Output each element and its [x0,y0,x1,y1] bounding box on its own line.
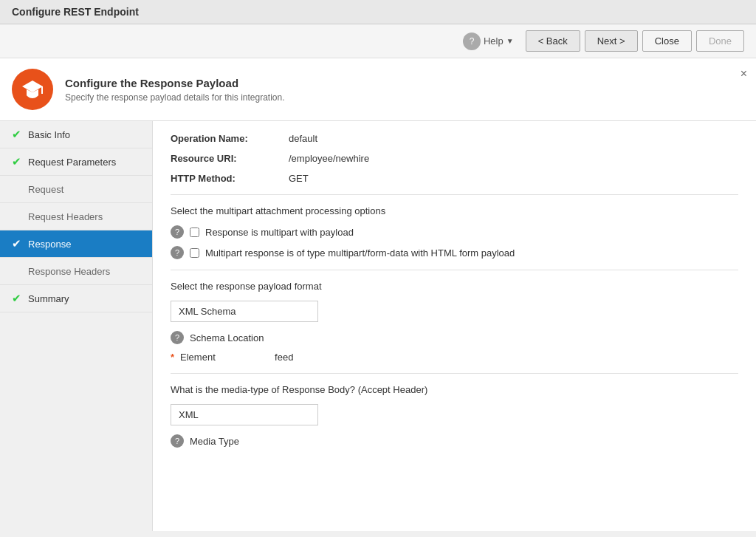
sidebar-label-basic-info: Basic Info [28,129,70,140]
option2-row: ? Multipart response is of type multipar… [171,246,738,259]
help-icon-option2[interactable]: ? [171,246,184,259]
placeholder-icon [10,265,22,277]
media-type-row: ? Media Type [171,434,738,448]
media-type-section-title: What is the media-type of Response Body?… [171,384,738,395]
main-layout: ✔ Basic Info ✔ Request Parameters Reques… [0,121,756,531]
operation-name-value: default [289,133,317,144]
http-method-label: HTTP Method: [171,173,289,184]
resource-uri-row: Resource URI: /employee/newhire [171,153,738,164]
header-text: Configure the Response Payload Specify t… [65,77,285,103]
help-label[interactable]: Help [484,35,504,47]
checkmark-active-icon: ✔ [10,238,22,250]
sidebar-item-response-headers[interactable]: Response Headers [0,258,152,285]
schema-location-row: ? Schema Location [171,331,738,344]
help-icon-option1[interactable]: ? [171,225,184,239]
option2-checkbox[interactable] [190,248,199,258]
done-button[interactable]: Done [696,30,744,52]
resource-uri-value: /employee/newhire [289,153,369,164]
sidebar-label-request-parameters: Request Parameters [28,157,116,168]
schema-location-label: Schema Location [190,332,264,343]
help-icon-media-type[interactable]: ? [171,434,184,448]
operation-name-label: Operation Name: [171,133,289,144]
sidebar: ✔ Basic Info ✔ Request Parameters Reques… [0,121,153,531]
sidebar-label-response-headers: Response Headers [28,266,110,277]
payload-format-title: Select the response payload format [171,281,738,292]
next-button[interactable]: Next > [585,30,638,52]
content-area: Operation Name: default Resource URI: /e… [153,121,756,531]
checkmark-icon: ✔ [10,293,22,304]
header-subtitle: Specify the response payload details for… [65,92,285,103]
checkmark-icon: ✔ [10,156,22,168]
header-icon [12,69,53,110]
sidebar-item-request-parameters[interactable]: ✔ Request Parameters [0,148,152,176]
divider-2 [171,270,738,270]
http-method-row: HTTP Method: GET [171,173,738,184]
sidebar-label-response: Response [28,239,72,250]
graduation-icon [21,78,44,101]
option2-label: Multipart response is of type multipart/… [205,247,515,259]
element-label: Element [180,352,269,363]
sidebar-label-summary: Summary [28,293,69,304]
element-value: feed [275,352,293,363]
option1-label: Response is multipart with payload [205,227,354,238]
help-icon-schema[interactable]: ? [171,331,184,344]
header-title: Configure the Response Payload [65,77,285,89]
sidebar-item-request-headers[interactable]: Request Headers [0,203,152,230]
http-method-value: GET [289,173,309,184]
format-box[interactable]: XML Schema [171,301,318,322]
resource-uri-label: Resource URI: [171,153,289,164]
toolbar: ? Help ▼ < Back Next > Close Done [0,24,756,58]
page-title: Configure REST Endpoint [12,6,139,18]
option1-checkbox[interactable] [190,228,199,237]
placeholder-icon [10,211,22,222]
element-row: * Element feed [171,352,738,363]
option1-row: ? Response is multipart with payload [171,225,738,239]
checkmark-icon: ✔ [10,129,22,140]
help-icon: ? [463,33,481,50]
required-star: * [171,352,174,363]
sidebar-item-request[interactable]: Request [0,176,152,203]
help-area: ? Help ▼ [463,33,514,50]
divider-3 [171,373,738,374]
svg-rect-0 [41,86,43,94]
close-button[interactable]: Close [642,30,692,52]
sidebar-item-response[interactable]: ✔ Response [0,230,152,258]
sidebar-item-summary[interactable]: ✔ Summary [0,285,152,312]
sidebar-label-request-headers: Request Headers [28,211,103,222]
help-dropdown-icon[interactable]: ▼ [506,37,514,45]
media-type-box[interactable]: XML [171,404,318,425]
operation-name-row: Operation Name: default [171,133,738,144]
header-section: Configure the Response Payload Specify t… [0,58,756,121]
close-icon[interactable]: × [740,67,747,81]
placeholder-icon [10,183,22,195]
back-button[interactable]: < Back [526,30,580,52]
divider-1 [171,194,738,195]
sidebar-item-basic-info[interactable]: ✔ Basic Info [0,121,152,148]
sidebar-label-request: Request [28,184,63,195]
media-type-label: Media Type [190,436,239,447]
multipart-section-title: Select the multipart attachment processi… [171,205,738,216]
title-bar: Configure REST Endpoint [0,0,756,24]
